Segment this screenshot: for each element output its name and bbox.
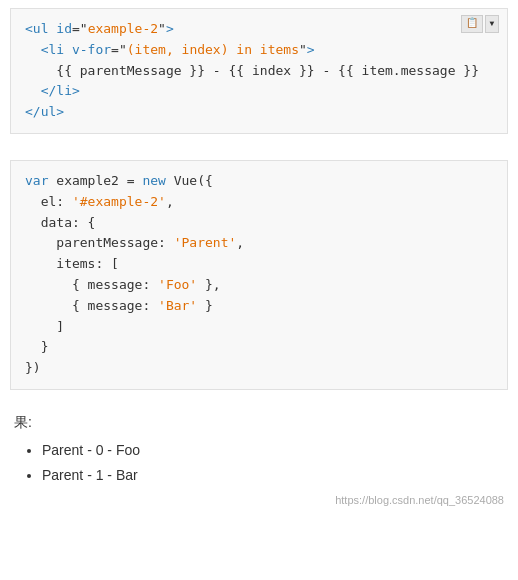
result-list: Parent - 0 - Foo Parent - 1 - Bar — [14, 438, 504, 488]
toolbar[interactable]: 📋 ▼ — [461, 15, 499, 33]
watermark-text: https://blog.csdn.net/qq_36524088 — [335, 494, 504, 506]
result-label: 果: — [14, 414, 504, 432]
code-line: var example2 = new Vue({ — [25, 171, 493, 192]
code-line: { message: 'Foo' }, — [25, 275, 493, 296]
copy-button[interactable]: 📋 — [461, 15, 483, 33]
code-line: data: { — [25, 213, 493, 234]
code-line: </li> — [25, 81, 493, 102]
code-line: { message: 'Bar' } — [25, 296, 493, 317]
code-line: <ul id="example-2"> — [25, 19, 493, 40]
html-code: <ul id="example-2"> <li v-for="(item, in… — [25, 19, 493, 123]
toolbar-dropdown[interactable]: ▼ — [485, 15, 499, 33]
result-section: 果: Parent - 0 - Foo Parent - 1 - Bar — [0, 408, 518, 492]
code-line: {{ parentMessage }} - {{ index }} - {{ i… — [25, 61, 493, 82]
js-code-block: var example2 = new Vue({ el: '#example-2… — [10, 160, 508, 390]
code-line: el: '#example-2', — [25, 192, 493, 213]
code-line: ] — [25, 317, 493, 338]
code-line: parentMessage: 'Parent', — [25, 233, 493, 254]
html-code-block: 📋 ▼ <ul id="example-2"> <li v-for="(item… — [10, 8, 508, 134]
watermark: https://blog.csdn.net/qq_36524088 — [0, 492, 518, 508]
code-line: items: [ — [25, 254, 493, 275]
list-item: Parent - 0 - Foo — [42, 438, 504, 463]
list-item: Parent - 1 - Bar — [42, 463, 504, 488]
code-line: }) — [25, 358, 493, 379]
code-line: </ul> — [25, 102, 493, 123]
js-code: var example2 = new Vue({ el: '#example-2… — [25, 171, 493, 379]
code-line: <li v-for="(item, index) in items"> — [25, 40, 493, 61]
code-line: } — [25, 337, 493, 358]
